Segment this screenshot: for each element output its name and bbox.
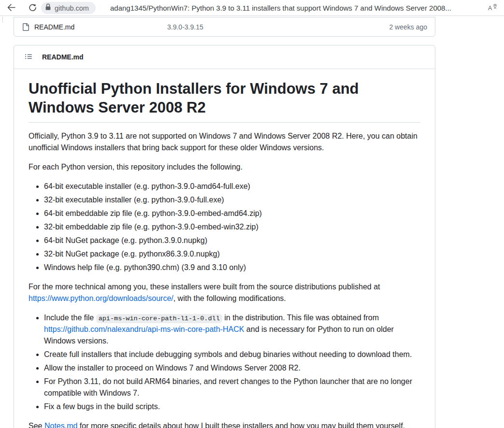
readme-heading: Unofficial Python Installers for Windows… — [29, 80, 420, 123]
text-run: for more specific details about how I bu… — [77, 422, 405, 428]
readme-header: README.md — [14, 45, 435, 69]
modification-list: Include the file api-ms-win-core-path-l1… — [29, 312, 420, 413]
list-item: For Python 3.11, do not build ARM64 bina… — [44, 376, 420, 399]
list-item: 32-bit executable installer (e.g. python… — [44, 194, 420, 206]
page-title: adang1345/PythonWin7: Python 3.9 to 3.11… — [110, 0, 482, 16]
address-origin-pill[interactable]: github.com — [41, 2, 96, 14]
text-run: For the more technical among you, these … — [29, 283, 380, 291]
text-run: Include the file — [44, 314, 96, 322]
refresh-button[interactable] — [25, 1, 40, 15]
list-item: 64-bit executable installer (e.g. python… — [44, 181, 420, 192]
list-item: 64-bit NuGet package (e.g. python.3.9.0.… — [44, 235, 420, 246]
list-item: 32-bit embeddable zip file (e.g. python-… — [44, 221, 420, 233]
python-source-link[interactable]: https://www.python.org/downloads/source/ — [29, 294, 173, 302]
paragraph-notes: See Notes.md for more specific details a… — [29, 420, 420, 428]
table-of-contents-button[interactable] — [23, 51, 34, 64]
text-run: , with the following modifications. — [173, 294, 286, 302]
list-item: Fix a few bugs in the build scripts. — [44, 401, 420, 413]
paragraph-technical: For the more technical among you, these … — [29, 281, 420, 304]
url-host: github.com — [55, 4, 89, 12]
file-age[interactable]: 2 weeks ago — [389, 23, 427, 31]
file-name-link[interactable]: README.md — [34, 23, 167, 31]
translate-icon: A — [487, 3, 498, 13]
back-button[interactable] — [4, 1, 18, 15]
readme-card: README.md Unofficial Python Installers f… — [14, 45, 435, 428]
notes-md-link[interactable]: Notes.md — [44, 422, 77, 428]
unordered-list-icon — [25, 53, 32, 62]
readme-body: Unofficial Python Installers for Windows… — [14, 69, 435, 428]
installer-list: 64-bit executable installer (e.g. python… — [29, 181, 420, 273]
cropped-container-border — [2, 16, 3, 23]
readme-header-title: README.md — [42, 53, 84, 61]
text-run: See — [29, 422, 44, 428]
browser-toolbar: github.com adang1345/PythonWin7: Python … — [0, 0, 504, 16]
paragraph-intro: Officially, Python 3.9 to 3.11 are not s… — [29, 130, 420, 154]
dll-code-span: api-ms-win-core-path-l1-1-0.dll — [96, 314, 222, 323]
list-item: Windows help file (e.g. python390.chm) (… — [44, 262, 420, 273]
back-arrow-icon — [7, 3, 16, 13]
list-item: Include the file api-ms-win-core-path-l1… — [44, 312, 420, 347]
list-item: 32-bit NuGet package (e.g. pythonx86.3.9… — [44, 248, 420, 260]
paragraph-includes: For each Python version, this repository… — [29, 161, 420, 173]
list-item: Allow the installer to proceed on Window… — [44, 362, 420, 374]
table-row[interactable]: README.md 3.9.0-3.9.15 2 weeks ago — [14, 17, 435, 36]
refresh-icon — [29, 3, 37, 13]
svg-text:A: A — [488, 5, 492, 12]
file-list-box: README.md 3.9.0-3.9.15 2 weeks ago — [14, 17, 435, 37]
translate-button[interactable]: A — [486, 1, 499, 14]
lock-icon — [45, 3, 51, 13]
text-run: in the distribution. This file was obtai… — [222, 314, 379, 322]
list-item: Create full installers that include debu… — [44, 349, 420, 360]
file-icon — [22, 23, 29, 31]
api-ms-win-core-path-hack-link[interactable]: https://github.com/nalexandru/api-ms-win… — [44, 325, 244, 333]
file-commit-message-link[interactable]: 3.9.0-3.9.15 — [167, 23, 389, 31]
list-item: 64-bit embeddable zip file (e.g. python-… — [44, 208, 420, 219]
